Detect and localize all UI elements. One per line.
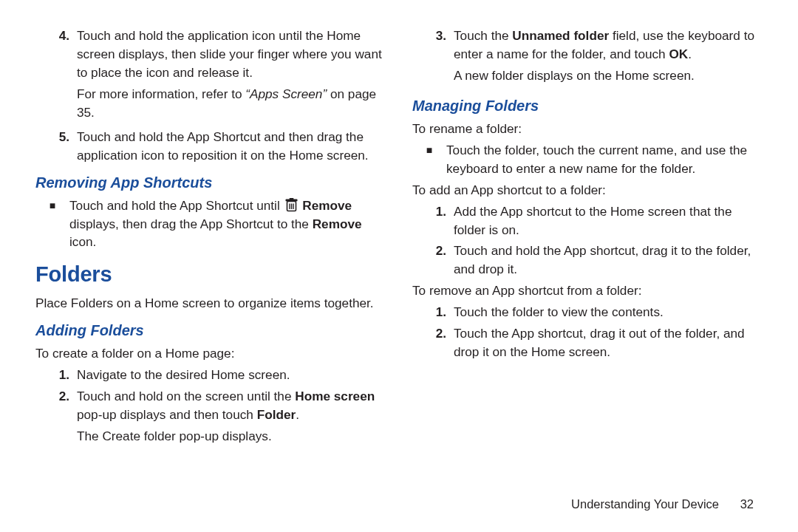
list-item: 2. Touch and hold on the screen until th…: [35, 387, 386, 449]
step-number: 5.: [35, 128, 77, 165]
remove-shortcut-steps: 1. Touch the folder to view the contents…: [412, 303, 763, 361]
text: For more information, refer to: [77, 86, 245, 101]
bullet-glyph: ■: [35, 197, 69, 252]
bullet-text: Touch and hold the App Shortcut until Re…: [69, 197, 386, 252]
trash-icon: [285, 198, 298, 212]
step-note: The Create folder pop-up displays.: [77, 427, 386, 446]
text-italic: “Apps Screen”: [245, 86, 327, 101]
step-text: Touch the App shortcut, drag it out of t…: [454, 324, 763, 361]
text-bold: Home screen: [295, 389, 375, 403]
step-text: Touch and hold on the screen until the H…: [77, 387, 386, 449]
intro-text: To rename a folder:: [412, 120, 763, 138]
text-bold: Remove: [302, 198, 352, 213]
columns: 4. Touch and hold the application icon u…: [35, 24, 763, 451]
text: Touch and hold on the screen until the: [77, 389, 295, 403]
step-text: Touch and hold the application icon unti…: [77, 27, 386, 125]
list-item: 2. Touch the App shortcut, drag it out o…: [412, 324, 763, 361]
step-number: 1.: [412, 303, 454, 321]
svg-rect-2: [289, 198, 293, 200]
step-text: Touch the folder to view the contents.: [454, 303, 763, 321]
text-bold: Unnamed folder: [512, 28, 609, 43]
text-bold: OK: [669, 47, 688, 61]
footer-section: Understanding Your Device: [571, 497, 719, 511]
left-column: 4. Touch and hold the application icon u…: [35, 24, 386, 451]
step-number: 2.: [35, 387, 77, 449]
step-text: Touch and hold the App shortcut, drag it…: [454, 242, 763, 279]
step-number: 1.: [35, 366, 77, 384]
step-number: 2.: [412, 324, 454, 361]
step-text: Navigate to the desired Home screen.: [77, 366, 386, 384]
intro-text: To create a folder on a Home page:: [35, 344, 386, 363]
page-footer: Understanding Your Device 32: [571, 497, 754, 511]
reference-note: For more information, refer to “Apps Scr…: [77, 85, 386, 122]
right-column: 3. Touch the Unnamed folder field, use t…: [412, 24, 763, 451]
step-text: Add the App shortcut to the Home screen …: [454, 202, 763, 239]
bullet-list: ■ Touch the folder, touch the current na…: [412, 141, 763, 178]
step-note: A new folder displays on the Home screen…: [454, 66, 763, 85]
intro-text: To add an App shortcut to a folder:: [412, 181, 763, 200]
text: .: [688, 47, 692, 61]
step-text: Touch the Unnamed folder field, use the …: [454, 27, 763, 88]
subsection-heading: Adding Folders: [35, 320, 386, 341]
bullet-glyph: ■: [412, 141, 446, 178]
continued-steps-right: 3. Touch the Unnamed folder field, use t…: [412, 27, 763, 88]
section-desc: Place Folders on a Home screen to organi…: [35, 294, 386, 313]
list-item: 2. Touch and hold the App shortcut, drag…: [412, 242, 763, 279]
page-number: 32: [740, 497, 754, 511]
text-bold: Folder: [257, 407, 296, 422]
text: Touch the: [454, 28, 512, 43]
add-shortcut-steps: 1. Add the App shortcut to the Home scre…: [412, 202, 763, 279]
text: displays, then drag the App Shortcut to …: [69, 216, 313, 231]
list-item: 4. Touch and hold the application icon u…: [35, 27, 386, 125]
list-item: 1. Add the App shortcut to the Home scre…: [412, 202, 763, 239]
list-item: ■ Touch and hold the App Shortcut until: [35, 197, 386, 252]
step-number: 4.: [35, 27, 77, 125]
text: Touch and hold the App Shortcut until: [69, 198, 284, 213]
step-number: 3.: [412, 27, 454, 88]
manual-page: 4. Touch and hold the application icon u…: [0, 0, 798, 532]
intro-text: To remove an App shortcut from a folder:: [412, 282, 763, 300]
step-text: Touch and hold the App Shortcut and then…: [77, 128, 386, 165]
list-item: 1. Navigate to the desired Home screen.: [35, 366, 386, 384]
adding-steps-list: 1. Navigate to the desired Home screen. …: [35, 366, 386, 449]
text: .: [296, 407, 299, 422]
subsection-heading: Removing App Shortcuts: [35, 172, 386, 194]
continued-steps-list: 4. Touch and hold the application icon u…: [35, 27, 386, 165]
step-number: 1.: [412, 202, 454, 239]
step-number: 2.: [412, 242, 454, 279]
subsection-heading: Managing Folders: [412, 95, 763, 117]
list-item: 1. Touch the folder to view the contents…: [412, 303, 763, 321]
text: icon.: [69, 234, 96, 249]
text-bold: Remove: [313, 216, 362, 231]
list-item: 5. Touch and hold the App Shortcut and t…: [35, 128, 386, 165]
bullet-text: Touch the folder, touch the current name…: [446, 141, 763, 178]
list-item: 3. Touch the Unnamed folder field, use t…: [412, 27, 763, 88]
text: pop-up displays and then touch: [77, 407, 257, 422]
section-heading: Folders: [35, 259, 386, 290]
list-item: ■ Touch the folder, touch the current na…: [412, 141, 763, 178]
text: Touch and hold the application icon unti…: [77, 28, 382, 80]
bullet-list: ■ Touch and hold the App Shortcut until: [35, 197, 386, 252]
